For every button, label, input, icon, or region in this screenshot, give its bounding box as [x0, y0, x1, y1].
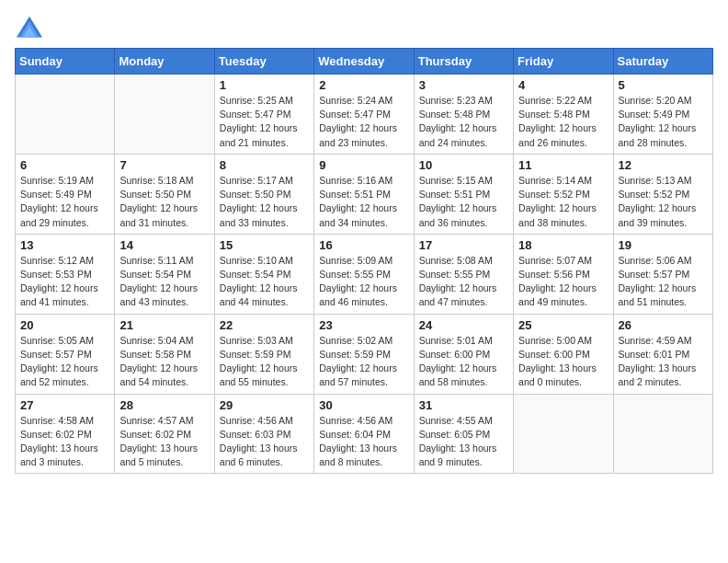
day-cell: 6Sunrise: 5:19 AMSunset: 5:49 PMDaylight…: [16, 154, 115, 234]
day-number: 26: [619, 318, 708, 332]
day-cell: 24Sunrise: 5:01 AMSunset: 6:00 PMDayligh…: [414, 314, 513, 394]
day-number: 2: [319, 78, 408, 92]
day-cell: 11Sunrise: 5:14 AMSunset: 5:52 PMDayligh…: [514, 154, 613, 234]
day-number: 31: [419, 398, 508, 412]
day-number: 22: [220, 318, 309, 332]
day-cell: 10Sunrise: 5:15 AMSunset: 5:51 PMDayligh…: [414, 154, 513, 234]
day-number: 4: [518, 78, 608, 92]
day-number: 8: [220, 158, 309, 172]
day-info: Sunrise: 4:56 AMSunset: 6:03 PMDaylight:…: [220, 414, 309, 470]
week-row-5: 27Sunrise: 4:58 AMSunset: 6:02 PMDayligh…: [16, 394, 713, 474]
day-info: Sunrise: 4:58 AMSunset: 6:02 PMDaylight:…: [20, 414, 109, 470]
day-info: Sunrise: 5:20 AMSunset: 5:49 PMDaylight:…: [619, 94, 708, 150]
logo: [15, 15, 48, 40]
day-header-thursday: Thursday: [414, 49, 513, 75]
day-info: Sunrise: 5:12 AMSunset: 5:53 PMDaylight:…: [20, 254, 109, 310]
day-info: Sunrise: 5:07 AMSunset: 5:56 PMDaylight:…: [518, 254, 608, 310]
day-cell: [115, 75, 214, 155]
logo-icon: [15, 15, 44, 40]
day-cell: 25Sunrise: 5:00 AMSunset: 6:00 PMDayligh…: [514, 314, 613, 394]
header: [15, 15, 713, 40]
day-info: Sunrise: 5:19 AMSunset: 5:49 PMDaylight:…: [20, 174, 109, 230]
day-info: Sunrise: 5:06 AMSunset: 5:57 PMDaylight:…: [619, 254, 708, 310]
day-cell: 26Sunrise: 4:59 AMSunset: 6:01 PMDayligh…: [613, 314, 712, 394]
day-header-monday: Monday: [115, 49, 214, 75]
day-cell: 3Sunrise: 5:23 AMSunset: 5:48 PMDaylight…: [414, 75, 513, 155]
day-number: 7: [119, 158, 209, 172]
day-cell: 29Sunrise: 4:56 AMSunset: 6:03 PMDayligh…: [214, 394, 313, 474]
day-number: 20: [20, 318, 109, 332]
day-cell: 28Sunrise: 4:57 AMSunset: 6:02 PMDayligh…: [115, 394, 214, 474]
day-number: 23: [319, 318, 408, 332]
day-number: 3: [419, 78, 508, 92]
day-info: Sunrise: 5:09 AMSunset: 5:55 PMDaylight:…: [319, 254, 408, 310]
day-number: 6: [20, 158, 109, 172]
day-header-sunday: Sunday: [16, 49, 115, 75]
day-info: Sunrise: 5:18 AMSunset: 5:50 PMDaylight:…: [119, 174, 209, 230]
day-cell: 18Sunrise: 5:07 AMSunset: 5:56 PMDayligh…: [514, 234, 613, 314]
day-cell: 27Sunrise: 4:58 AMSunset: 6:02 PMDayligh…: [16, 394, 115, 474]
day-info: Sunrise: 5:03 AMSunset: 5:59 PMDaylight:…: [220, 334, 309, 390]
day-cell: 20Sunrise: 5:05 AMSunset: 5:57 PMDayligh…: [16, 314, 115, 394]
day-info: Sunrise: 4:57 AMSunset: 6:02 PMDaylight:…: [119, 414, 209, 470]
day-cell: 8Sunrise: 5:17 AMSunset: 5:50 PMDaylight…: [214, 154, 313, 234]
day-number: 1: [220, 78, 309, 92]
day-cell: [16, 75, 115, 155]
day-number: 24: [419, 318, 508, 332]
days-header-row: SundayMondayTuesdayWednesdayThursdayFrid…: [16, 49, 713, 75]
day-header-wednesday: Wednesday: [314, 49, 414, 75]
day-cell: 16Sunrise: 5:09 AMSunset: 5:55 PMDayligh…: [314, 234, 414, 314]
day-info: Sunrise: 5:04 AMSunset: 5:58 PMDaylight:…: [119, 334, 209, 390]
day-info: Sunrise: 5:01 AMSunset: 6:00 PMDaylight:…: [419, 334, 508, 390]
day-info: Sunrise: 5:00 AMSunset: 6:00 PMDaylight:…: [518, 334, 608, 390]
day-number: 15: [220, 238, 309, 252]
day-info: Sunrise: 5:16 AMSunset: 5:51 PMDaylight:…: [319, 174, 408, 230]
day-number: 21: [119, 318, 209, 332]
day-info: Sunrise: 5:05 AMSunset: 5:57 PMDaylight:…: [20, 334, 109, 390]
day-cell: 22Sunrise: 5:03 AMSunset: 5:59 PMDayligh…: [214, 314, 313, 394]
day-number: 19: [619, 238, 708, 252]
day-cell: 17Sunrise: 5:08 AMSunset: 5:55 PMDayligh…: [414, 234, 513, 314]
day-cell: 30Sunrise: 4:56 AMSunset: 6:04 PMDayligh…: [314, 394, 414, 474]
day-cell: 2Sunrise: 5:24 AMSunset: 5:47 PMDaylight…: [314, 75, 414, 155]
day-info: Sunrise: 5:25 AMSunset: 5:47 PMDaylight:…: [220, 94, 309, 150]
day-number: 10: [419, 158, 508, 172]
day-info: Sunrise: 5:22 AMSunset: 5:48 PMDaylight:…: [518, 94, 608, 150]
day-info: Sunrise: 5:11 AMSunset: 5:54 PMDaylight:…: [119, 254, 209, 310]
day-cell: 13Sunrise: 5:12 AMSunset: 5:53 PMDayligh…: [16, 234, 115, 314]
day-cell: 4Sunrise: 5:22 AMSunset: 5:48 PMDaylight…: [514, 75, 613, 155]
day-cell: [514, 394, 613, 474]
day-info: Sunrise: 5:02 AMSunset: 5:59 PMDaylight:…: [319, 334, 408, 390]
day-cell: [613, 394, 712, 474]
day-cell: 31Sunrise: 4:55 AMSunset: 6:05 PMDayligh…: [414, 394, 513, 474]
day-info: Sunrise: 5:10 AMSunset: 5:54 PMDaylight:…: [220, 254, 309, 310]
day-cell: 21Sunrise: 5:04 AMSunset: 5:58 PMDayligh…: [115, 314, 214, 394]
day-number: 13: [20, 238, 109, 252]
day-info: Sunrise: 5:08 AMSunset: 5:55 PMDaylight:…: [419, 254, 508, 310]
day-number: 9: [319, 158, 408, 172]
day-info: Sunrise: 4:56 AMSunset: 6:04 PMDaylight:…: [319, 414, 408, 470]
day-cell: 9Sunrise: 5:16 AMSunset: 5:51 PMDaylight…: [314, 154, 414, 234]
day-info: Sunrise: 5:24 AMSunset: 5:47 PMDaylight:…: [319, 94, 408, 150]
day-info: Sunrise: 5:13 AMSunset: 5:52 PMDaylight:…: [619, 174, 708, 230]
day-number: 16: [319, 238, 408, 252]
day-cell: 5Sunrise: 5:20 AMSunset: 5:49 PMDaylight…: [613, 75, 712, 155]
day-cell: 14Sunrise: 5:11 AMSunset: 5:54 PMDayligh…: [115, 234, 214, 314]
week-row-4: 20Sunrise: 5:05 AMSunset: 5:57 PMDayligh…: [16, 314, 713, 394]
day-number: 11: [518, 158, 608, 172]
day-header-saturday: Saturday: [613, 49, 712, 75]
day-cell: 23Sunrise: 5:02 AMSunset: 5:59 PMDayligh…: [314, 314, 414, 394]
day-info: Sunrise: 5:15 AMSunset: 5:51 PMDaylight:…: [419, 174, 508, 230]
day-number: 18: [518, 238, 608, 252]
day-number: 29: [220, 398, 309, 412]
day-info: Sunrise: 5:17 AMSunset: 5:50 PMDaylight:…: [220, 174, 309, 230]
day-info: Sunrise: 4:59 AMSunset: 6:01 PMDaylight:…: [619, 334, 708, 390]
week-row-1: 1Sunrise: 5:25 AMSunset: 5:47 PMDaylight…: [16, 75, 713, 155]
day-number: 5: [619, 78, 708, 92]
day-header-friday: Friday: [514, 49, 613, 75]
day-cell: 1Sunrise: 5:25 AMSunset: 5:47 PMDaylight…: [214, 75, 313, 155]
day-info: Sunrise: 5:23 AMSunset: 5:48 PMDaylight:…: [419, 94, 508, 150]
day-header-tuesday: Tuesday: [214, 49, 313, 75]
day-cell: 7Sunrise: 5:18 AMSunset: 5:50 PMDaylight…: [115, 154, 214, 234]
day-number: 12: [619, 158, 708, 172]
